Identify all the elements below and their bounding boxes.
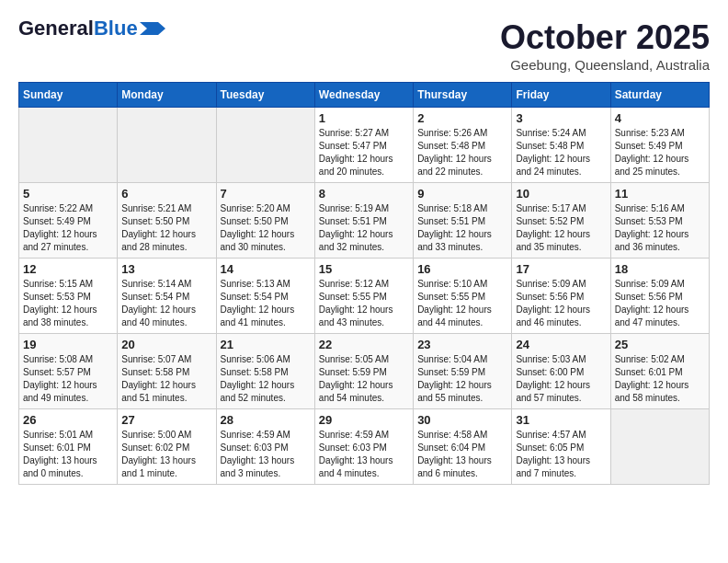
day-info: Sunrise: 4:59 AM Sunset: 6:03 PM Dayligh… bbox=[221, 429, 311, 480]
day-info: Sunrise: 5:22 AM Sunset: 5:49 PM Dayligh… bbox=[23, 202, 113, 254]
day-number: 14 bbox=[221, 262, 311, 276]
calendar-cell: 16Sunrise: 5:10 AM Sunset: 5:55 PM Dayli… bbox=[414, 259, 512, 334]
day-number: 25 bbox=[615, 338, 705, 351]
day-info: Sunrise: 5:12 AM Sunset: 5:55 PM Dayligh… bbox=[319, 278, 409, 329]
day-number: 2 bbox=[417, 111, 507, 125]
day-number: 10 bbox=[516, 187, 606, 201]
day-number: 11 bbox=[615, 187, 705, 201]
title-block: October 2025 Geebung, Queensland, Austra… bbox=[500, 18, 710, 73]
day-number: 17 bbox=[516, 262, 606, 276]
day-number: 16 bbox=[417, 262, 507, 276]
calendar-week-row: 5Sunrise: 5:22 AM Sunset: 5:49 PM Daylig… bbox=[19, 183, 710, 259]
day-info: Sunrise: 5:24 AM Sunset: 5:48 PM Dayligh… bbox=[516, 127, 606, 178]
day-info: Sunrise: 4:58 AM Sunset: 6:04 PM Dayligh… bbox=[417, 429, 507, 480]
day-info: Sunrise: 5:01 AM Sunset: 6:01 PM Dayligh… bbox=[23, 429, 113, 480]
calendar-cell: 17Sunrise: 5:09 AM Sunset: 5:56 PM Dayli… bbox=[512, 259, 610, 334]
calendar-cell bbox=[118, 108, 216, 183]
day-number: 18 bbox=[615, 262, 705, 276]
day-info: Sunrise: 5:15 AM Sunset: 5:53 PM Dayligh… bbox=[23, 278, 113, 329]
calendar-cell: 19Sunrise: 5:08 AM Sunset: 5:57 PM Dayli… bbox=[19, 334, 118, 409]
calendar-cell: 10Sunrise: 5:17 AM Sunset: 5:52 PM Dayli… bbox=[512, 183, 610, 259]
day-info: Sunrise: 5:17 AM Sunset: 5:52 PM Dayligh… bbox=[516, 202, 606, 254]
day-info: Sunrise: 5:05 AM Sunset: 5:59 PM Dayligh… bbox=[319, 353, 409, 405]
calendar-week-row: 19Sunrise: 5:08 AM Sunset: 5:57 PM Dayli… bbox=[19, 334, 710, 409]
day-info: Sunrise: 5:21 AM Sunset: 5:50 PM Dayligh… bbox=[121, 202, 211, 254]
day-number: 9 bbox=[417, 187, 507, 201]
day-number: 15 bbox=[319, 262, 409, 276]
day-info: Sunrise: 5:10 AM Sunset: 5:55 PM Dayligh… bbox=[417, 278, 507, 329]
calendar-cell: 13Sunrise: 5:14 AM Sunset: 5:54 PM Dayli… bbox=[118, 259, 216, 334]
calendar-cell: 6Sunrise: 5:21 AM Sunset: 5:50 PM Daylig… bbox=[118, 183, 216, 259]
calendar-cell: 30Sunrise: 4:58 AM Sunset: 6:04 PM Dayli… bbox=[414, 409, 512, 485]
calendar-cell bbox=[19, 108, 118, 183]
day-info: Sunrise: 5:04 AM Sunset: 5:59 PM Dayligh… bbox=[417, 353, 507, 405]
day-number: 12 bbox=[23, 262, 113, 276]
day-info: Sunrise: 5:03 AM Sunset: 6:00 PM Dayligh… bbox=[516, 353, 606, 405]
page-header: GeneralBlue October 2025 Geebung, Queens… bbox=[18, 18, 710, 73]
day-info: Sunrise: 5:08 AM Sunset: 5:57 PM Dayligh… bbox=[23, 353, 113, 405]
logo-text: GeneralBlue bbox=[18, 18, 138, 39]
day-number: 19 bbox=[23, 338, 113, 351]
calendar-cell: 21Sunrise: 5:06 AM Sunset: 5:58 PM Dayli… bbox=[216, 334, 314, 409]
day-number: 1 bbox=[319, 111, 409, 125]
day-info: Sunrise: 5:27 AM Sunset: 5:47 PM Dayligh… bbox=[319, 127, 409, 178]
calendar-cell: 25Sunrise: 5:02 AM Sunset: 6:01 PM Dayli… bbox=[610, 334, 709, 409]
logo: GeneralBlue bbox=[18, 18, 165, 39]
day-info: Sunrise: 5:20 AM Sunset: 5:50 PM Dayligh… bbox=[221, 202, 311, 254]
calendar-week-row: 26Sunrise: 5:01 AM Sunset: 6:01 PM Dayli… bbox=[19, 409, 710, 485]
day-number: 21 bbox=[221, 338, 311, 351]
day-number: 7 bbox=[221, 187, 311, 201]
day-info: Sunrise: 4:57 AM Sunset: 6:05 PM Dayligh… bbox=[516, 429, 606, 480]
day-number: 13 bbox=[121, 262, 211, 276]
day-number: 6 bbox=[121, 187, 211, 201]
day-info: Sunrise: 5:06 AM Sunset: 5:58 PM Dayligh… bbox=[221, 353, 311, 405]
header-friday: Friday bbox=[512, 83, 610, 108]
calendar-table: SundayMondayTuesdayWednesdayThursdayFrid… bbox=[18, 82, 710, 485]
day-info: Sunrise: 4:59 AM Sunset: 6:03 PM Dayligh… bbox=[319, 429, 409, 480]
calendar-cell: 14Sunrise: 5:13 AM Sunset: 5:54 PM Dayli… bbox=[216, 259, 314, 334]
day-info: Sunrise: 5:09 AM Sunset: 5:56 PM Dayligh… bbox=[615, 278, 705, 329]
day-info: Sunrise: 5:26 AM Sunset: 5:48 PM Dayligh… bbox=[417, 127, 507, 178]
calendar-cell: 22Sunrise: 5:05 AM Sunset: 5:59 PM Dayli… bbox=[314, 334, 413, 409]
day-number: 28 bbox=[221, 413, 311, 427]
day-info: Sunrise: 5:00 AM Sunset: 6:02 PM Dayligh… bbox=[121, 429, 211, 480]
calendar-cell: 20Sunrise: 5:07 AM Sunset: 5:58 PM Dayli… bbox=[118, 334, 216, 409]
day-info: Sunrise: 5:19 AM Sunset: 5:51 PM Dayligh… bbox=[319, 202, 409, 254]
calendar-cell bbox=[216, 108, 314, 183]
header-tuesday: Tuesday bbox=[216, 83, 314, 108]
day-number: 24 bbox=[516, 338, 606, 351]
day-info: Sunrise: 5:16 AM Sunset: 5:53 PM Dayligh… bbox=[615, 202, 705, 254]
day-info: Sunrise: 5:13 AM Sunset: 5:54 PM Dayligh… bbox=[221, 278, 311, 329]
calendar-cell: 7Sunrise: 5:20 AM Sunset: 5:50 PM Daylig… bbox=[216, 183, 314, 259]
day-info: Sunrise: 5:02 AM Sunset: 6:01 PM Dayligh… bbox=[615, 353, 705, 405]
calendar-header-row: SundayMondayTuesdayWednesdayThursdayFrid… bbox=[19, 83, 710, 108]
calendar-cell: 5Sunrise: 5:22 AM Sunset: 5:49 PM Daylig… bbox=[19, 183, 118, 259]
day-info: Sunrise: 5:18 AM Sunset: 5:51 PM Dayligh… bbox=[417, 202, 507, 254]
calendar-cell: 26Sunrise: 5:01 AM Sunset: 6:01 PM Dayli… bbox=[19, 409, 118, 485]
day-number: 29 bbox=[319, 413, 409, 427]
day-info: Sunrise: 5:14 AM Sunset: 5:54 PM Dayligh… bbox=[121, 278, 211, 329]
day-number: 22 bbox=[319, 338, 409, 351]
day-number: 23 bbox=[417, 338, 507, 351]
calendar-cell: 29Sunrise: 4:59 AM Sunset: 6:03 PM Dayli… bbox=[314, 409, 413, 485]
location-subtitle: Geebung, Queensland, Australia bbox=[500, 57, 710, 73]
calendar-cell: 9Sunrise: 5:18 AM Sunset: 5:51 PM Daylig… bbox=[414, 183, 512, 259]
day-number: 30 bbox=[417, 413, 507, 427]
calendar-cell: 1Sunrise: 5:27 AM Sunset: 5:47 PM Daylig… bbox=[314, 108, 413, 183]
svg-marker-0 bbox=[140, 22, 165, 35]
day-number: 8 bbox=[319, 187, 409, 201]
calendar-cell: 8Sunrise: 5:19 AM Sunset: 5:51 PM Daylig… bbox=[314, 183, 413, 259]
logo-arrow-icon bbox=[140, 22, 165, 35]
calendar-cell: 15Sunrise: 5:12 AM Sunset: 5:55 PM Dayli… bbox=[314, 259, 413, 334]
calendar-cell: 18Sunrise: 5:09 AM Sunset: 5:56 PM Dayli… bbox=[610, 259, 709, 334]
day-info: Sunrise: 5:23 AM Sunset: 5:49 PM Dayligh… bbox=[615, 127, 705, 178]
calendar-week-row: 12Sunrise: 5:15 AM Sunset: 5:53 PM Dayli… bbox=[19, 259, 710, 334]
calendar-cell: 3Sunrise: 5:24 AM Sunset: 5:48 PM Daylig… bbox=[512, 108, 610, 183]
calendar-cell: 2Sunrise: 5:26 AM Sunset: 5:48 PM Daylig… bbox=[414, 108, 512, 183]
header-sunday: Sunday bbox=[19, 83, 118, 108]
calendar-cell: 31Sunrise: 4:57 AM Sunset: 6:05 PM Dayli… bbox=[512, 409, 610, 485]
calendar-week-row: 1Sunrise: 5:27 AM Sunset: 5:47 PM Daylig… bbox=[19, 108, 710, 183]
header-wednesday: Wednesday bbox=[314, 83, 413, 108]
calendar-cell: 24Sunrise: 5:03 AM Sunset: 6:00 PM Dayli… bbox=[512, 334, 610, 409]
day-number: 27 bbox=[121, 413, 211, 427]
